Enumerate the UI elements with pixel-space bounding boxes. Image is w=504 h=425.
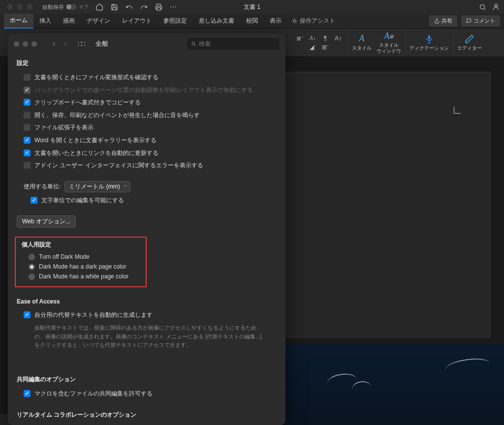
styles-label: スタイル <box>352 45 372 52</box>
units-select[interactable]: ミリメートル (mm) <box>64 181 130 192</box>
checkbox-sound-events[interactable] <box>24 112 31 119</box>
units-label: 使用する単位: <box>24 182 61 191</box>
svg-rect-5 <box>428 35 431 39</box>
autosave-state: オフ <box>79 3 89 10</box>
prefs-minimize-button[interactable] <box>23 41 28 47</box>
prefs-search-input[interactable] <box>199 40 276 47</box>
tab-references[interactable]: 参照設定 <box>158 14 193 28</box>
prefs-forward-button[interactable]: › <box>64 39 66 48</box>
redo-icon[interactable] <box>140 3 148 11</box>
account-icon[interactable] <box>492 3 500 11</box>
prefs-close-button[interactable] <box>14 41 19 47</box>
app-titlebar: 自動保存 オフ ⋯ 文書 1 <box>0 0 504 14</box>
save-icon[interactable] <box>110 3 118 11</box>
window-close-button[interactable] <box>7 4 13 10</box>
radio-dark-mode-dark-page[interactable] <box>29 264 35 270</box>
label-show-ext: ファイル拡張子を表示 <box>34 122 94 133</box>
section-personal-title: 個人用設定 <box>22 241 142 249</box>
style-window-button[interactable]: A▦ スタイル ウィンドウ <box>377 31 401 54</box>
window-minimize-button[interactable] <box>17 4 23 10</box>
prefs-show-all-button[interactable]: ∷∷ <box>78 40 85 48</box>
sort-icon[interactable]: A↓ <box>307 34 318 43</box>
styles-button[interactable]: A スタイル <box>352 34 372 52</box>
tab-layout[interactable]: レイアウト <box>116 14 158 28</box>
tab-home[interactable]: ホーム <box>4 13 33 29</box>
prefs-traffic-lights <box>14 41 37 47</box>
label-sound-events: 開く、保存、印刷などのイベントが発生した場合に音を鳴らす <box>34 110 200 121</box>
section-coauth-title: 共同編集のオプション <box>17 375 277 384</box>
more-icon[interactable]: ⋯ <box>169 3 177 11</box>
tab-insert[interactable]: 挿入 <box>33 14 57 28</box>
tab-view[interactable]: 表示 <box>264 14 287 28</box>
dictation-label: ディクテーション <box>410 45 449 52</box>
prefs-titlebar: ‹ › ∷∷ 全般 <box>8 33 285 54</box>
radio-dark-mode-white-page[interactable] <box>29 273 35 280</box>
autosave-toggle[interactable] <box>66 4 77 10</box>
label-dark-mode-off: Turn off Dark Mode <box>39 253 90 260</box>
units-value: ミリメートル (mm) <box>69 183 120 190</box>
shading-icon[interactable]: ◢˅ <box>307 43 318 52</box>
label-dark-mode-white-page: Dark Mode has a white page color <box>39 273 128 280</box>
autosave-label: 自動保存 <box>42 3 64 11</box>
checkbox-addin-errors[interactable] <box>24 162 31 169</box>
checkbox-gallery-on-open[interactable] <box>24 137 31 144</box>
autosave-toggle-group[interactable]: 自動保存 オフ <box>42 3 89 11</box>
style-window-label: スタイル ウィンドウ <box>377 42 401 54</box>
ribbon-tabs: ホーム 挿入 描画 デザイン レイアウト 参照設定 差し込み文書 校閲 表示 操… <box>0 14 504 29</box>
label-gallery-on-open: Word を開くときに文書ギャラリーを表示する <box>34 135 157 146</box>
share-button[interactable]: 共有 <box>429 15 457 27</box>
prefs-search-box[interactable] <box>187 38 280 50</box>
text-direction-icon[interactable]: A↕ <box>333 34 344 43</box>
alt-text-help: 自動代替テキストでは、視覚に障碍のある方が画像にアクセスしやすくなるようにするた… <box>34 324 277 350</box>
preferences-panel: ‹ › ∷∷ 全般 設定 文書を開くときにファイル変換形式を確認する バックグラ… <box>8 33 285 425</box>
label-update-links: 文書を開いたときにリンクを自動的に更新する <box>34 148 158 159</box>
svg-point-1 <box>480 4 484 9</box>
label-clipboard-fmt: クリップボードへ書式付きでコピーする <box>34 97 141 108</box>
home-icon[interactable] <box>95 3 103 11</box>
borders-icon[interactable]: ⊞˅ <box>320 43 331 52</box>
editor-button[interactable]: エディター <box>457 34 482 52</box>
comments-button[interactable]: コメント <box>461 15 500 27</box>
web-options-button[interactable]: Web オプション... <box>17 215 76 228</box>
editor-label: エディター <box>457 45 482 52</box>
checkbox-confirm-convert[interactable] <box>24 74 31 81</box>
undo-icon[interactable] <box>125 3 133 11</box>
ribbon-styles-group: A スタイル A▦ スタイル ウィンドウ <box>348 29 406 57</box>
line-spacing-icon[interactable]: ≣˅ <box>294 34 305 43</box>
svg-rect-0 <box>157 7 160 10</box>
share-label: 共有 <box>441 17 452 25</box>
checkbox-show-ext[interactable] <box>24 124 31 131</box>
label-dark-mode-dark-page: Dark Mode has a dark page color <box>39 263 126 270</box>
prefs-zoom-button[interactable] <box>32 41 37 47</box>
search-icon[interactable] <box>478 3 486 11</box>
highlight-personal-settings: 個人用設定 Turn off Dark Mode Dark Mode has a… <box>15 237 147 287</box>
tell-me-search[interactable]: 操作アシスト <box>287 17 339 25</box>
ribbon-paragraph-group: ≣˅ A↓ ¶ A↕ ◢˅ ⊞˅ <box>290 29 348 57</box>
checkbox-alt-text-auto[interactable] <box>24 311 31 318</box>
tab-design[interactable]: デザイン <box>81 14 116 28</box>
show-marks-icon[interactable]: ¶ <box>320 34 331 43</box>
svg-point-4 <box>293 20 296 22</box>
dictation-button[interactable]: ディクテーション <box>410 34 449 52</box>
radio-dark-mode-off[interactable] <box>29 254 35 260</box>
label-confirm-convert: 文書を開くときにファイル変換形式を確認する <box>34 72 158 83</box>
tab-draw[interactable]: 描画 <box>57 14 81 28</box>
label-addin-errors: アドイン ユーザー インターフェイスに関するエラーを表示する <box>34 160 203 171</box>
print-icon[interactable] <box>155 3 162 11</box>
checkbox-bg-repaginate <box>24 87 31 93</box>
checkbox-update-links[interactable] <box>24 150 31 156</box>
prefs-back-button[interactable]: ‹ <box>53 39 55 48</box>
tab-review[interactable]: 校閲 <box>240 14 264 28</box>
prefs-title: 全般 <box>95 39 108 48</box>
label-macro-coauth: マクロを含むファイルの共同編集を許可する <box>34 389 153 399</box>
prefs-body[interactable]: 設定 文書を開くときにファイル変換形式を確認する バックグラウンドでの改ページ位… <box>8 54 285 425</box>
section-ease-title: Ease of Access <box>17 298 277 305</box>
ribbon-dictation-group: ディクテーション <box>406 29 453 57</box>
checkbox-clipboard-fmt[interactable] <box>24 99 31 106</box>
window-zoom-button[interactable] <box>27 4 32 10</box>
comments-label: コメント <box>473 17 495 25</box>
tab-mailings[interactable]: 差し込み文書 <box>193 14 240 28</box>
checkbox-char-units[interactable] <box>31 197 37 204</box>
checkbox-macro-coauth[interactable] <box>24 390 31 397</box>
section-realtime-title: リアルタイム コラボレーションのオプション <box>17 411 277 419</box>
